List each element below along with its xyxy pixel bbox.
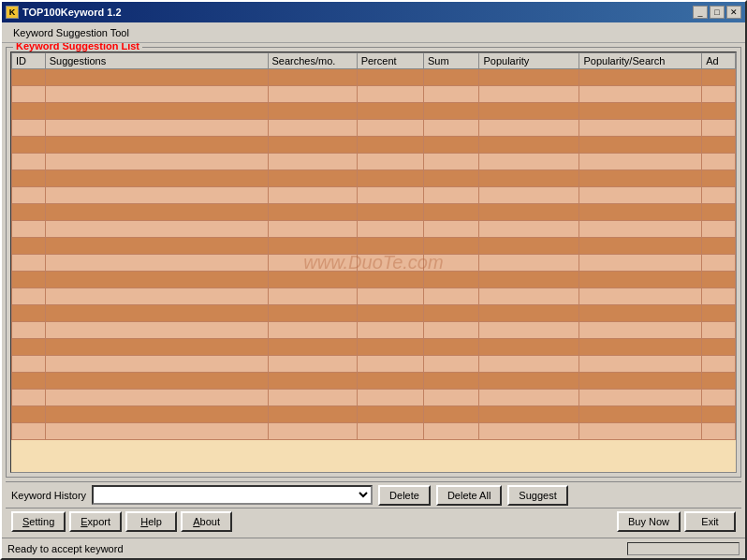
delete-button[interactable]: Delete xyxy=(378,485,431,506)
table-row[interactable] xyxy=(12,288,736,305)
table-cell xyxy=(45,255,268,272)
table-cell xyxy=(479,187,579,204)
about-button[interactable]: About xyxy=(181,511,232,532)
table-cell xyxy=(702,373,736,390)
table-cell xyxy=(357,137,423,154)
table-cell xyxy=(268,170,357,187)
menu-item-keyword-suggestion-tool[interactable]: Keyword Suggestion Tool xyxy=(6,25,137,40)
table-row[interactable] xyxy=(12,255,736,272)
table-row[interactable] xyxy=(12,204,736,221)
buy-now-button[interactable]: Buy Now xyxy=(617,511,681,532)
table-cell xyxy=(12,204,46,221)
table-row[interactable] xyxy=(12,390,736,406)
help-button[interactable]: Help xyxy=(125,511,177,532)
table-row[interactable] xyxy=(12,137,736,154)
table-row[interactable] xyxy=(12,154,736,170)
table-cell xyxy=(702,356,736,373)
table-cell xyxy=(268,373,357,390)
close-button[interactable]: ✕ xyxy=(726,6,741,19)
col-header-sum: Sum xyxy=(423,53,478,69)
maximize-button[interactable]: □ xyxy=(710,6,725,19)
exit-button[interactable]: Exit xyxy=(684,511,736,532)
table-row[interactable] xyxy=(12,120,736,137)
table-cell xyxy=(12,86,46,103)
table-row[interactable] xyxy=(12,322,736,339)
table-row[interactable] xyxy=(12,373,736,390)
keyword-history-dropdown[interactable] xyxy=(92,485,373,505)
table-cell xyxy=(12,356,46,373)
table-cell xyxy=(12,238,46,255)
table-cell xyxy=(579,356,702,373)
table-row[interactable] xyxy=(12,339,736,356)
table-cell xyxy=(579,390,702,406)
table-cell xyxy=(579,69,702,86)
table-cell xyxy=(45,170,268,187)
table-cell xyxy=(479,423,579,440)
table-cell xyxy=(579,221,702,238)
table-row[interactable] xyxy=(12,356,736,373)
table-cell xyxy=(45,406,268,423)
table-cell xyxy=(479,69,579,86)
table-cell xyxy=(45,288,268,305)
minimize-button[interactable]: _ xyxy=(693,6,708,19)
delete-all-button[interactable]: Delete All xyxy=(436,485,502,506)
table-cell xyxy=(268,154,357,170)
table-row[interactable] xyxy=(12,238,736,255)
table-cell xyxy=(479,272,579,288)
table-cell xyxy=(579,406,702,423)
table-cell xyxy=(579,154,702,170)
table-cell xyxy=(45,356,268,373)
table-cell xyxy=(702,187,736,204)
data-table-container[interactable]: ID Suggestions Searches/mo. Percent Sum … xyxy=(10,52,737,473)
table-row[interactable] xyxy=(12,170,736,187)
main-window: K TOP100Keyword 1.2 _ □ ✕ Keyword Sugges… xyxy=(0,0,747,560)
table-cell xyxy=(702,406,736,423)
table-cell xyxy=(479,120,579,137)
table-cell xyxy=(423,204,478,221)
suggest-button[interactable]: Suggest xyxy=(507,485,567,506)
table-cell xyxy=(579,423,702,440)
table-cell xyxy=(357,272,423,288)
table-cell xyxy=(12,255,46,272)
group-inner: www.DuoTe.com ID Suggestions Searches/mo… xyxy=(6,47,741,478)
table-row[interactable] xyxy=(12,272,736,288)
table-cell xyxy=(423,170,478,187)
table-row[interactable] xyxy=(12,103,736,120)
table-cell xyxy=(579,272,702,288)
window-title: TOP100Keyword 1.2 xyxy=(22,7,122,18)
col-header-suggestions: Suggestions xyxy=(45,53,268,69)
table-row[interactable] xyxy=(12,187,736,204)
table-cell xyxy=(479,103,579,120)
table-cell xyxy=(12,154,46,170)
table-cell xyxy=(579,86,702,103)
table-row[interactable] xyxy=(12,305,736,322)
table-cell xyxy=(702,238,736,255)
table-cell xyxy=(357,406,423,423)
table-cell xyxy=(12,288,46,305)
col-header-id: ID xyxy=(12,53,46,69)
table-cell xyxy=(45,103,268,120)
table-cell xyxy=(268,322,357,339)
table-cell xyxy=(45,423,268,440)
table-cell xyxy=(702,322,736,339)
table-cell xyxy=(579,187,702,204)
export-button[interactable]: Export xyxy=(69,511,122,532)
table-row[interactable] xyxy=(12,221,736,238)
table-row[interactable] xyxy=(12,86,736,103)
table-row[interactable] xyxy=(12,69,736,86)
table-cell xyxy=(357,356,423,373)
table-cell xyxy=(479,170,579,187)
table-cell xyxy=(479,390,579,406)
col-header-ad: Ad xyxy=(702,53,736,69)
table-cell xyxy=(702,288,736,305)
table-cell xyxy=(268,272,357,288)
table-row[interactable] xyxy=(12,423,736,440)
table-cell xyxy=(579,137,702,154)
table-cell xyxy=(45,221,268,238)
table-cell xyxy=(702,221,736,238)
table-cell xyxy=(479,373,579,390)
setting-button[interactable]: Setting xyxy=(11,511,66,532)
table-cell xyxy=(479,322,579,339)
table-row[interactable] xyxy=(12,406,736,423)
table-cell xyxy=(12,272,46,288)
